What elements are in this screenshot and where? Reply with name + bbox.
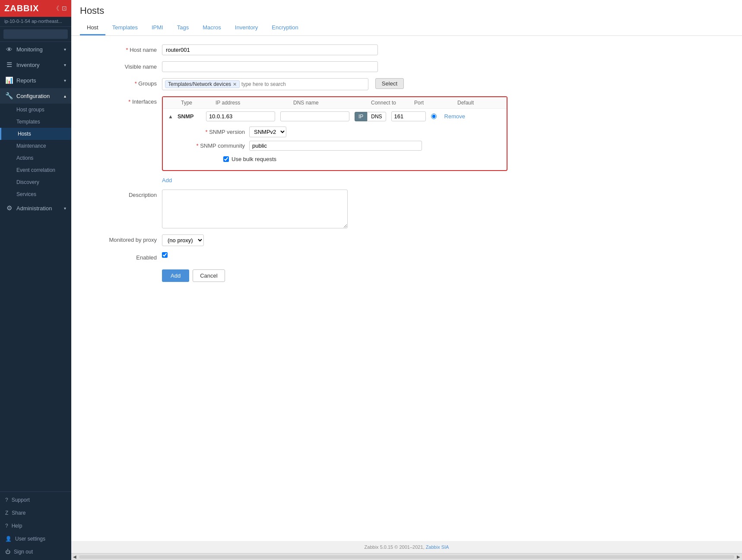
scroll-track[interactable] <box>79 555 734 559</box>
tab-macros[interactable]: Macros <box>196 21 228 35</box>
visible-name-label: Visible name <box>84 61 162 70</box>
scroll-left-arrow[interactable]: ◀ <box>71 554 78 559</box>
col-type-header: Type <box>181 100 216 106</box>
host-name-row: Host name <box>84 44 729 55</box>
interface-port <box>391 111 426 121</box>
remove-interface-link[interactable]: Remove <box>444 113 465 120</box>
footer-support[interactable]: ? Support <box>0 494 71 506</box>
interface-type: SNMP <box>178 113 203 120</box>
bulk-requests-label: Use bulk requests <box>231 156 276 162</box>
sidebar-item-administration[interactable]: ⚙ Administration ▾ <box>0 200 71 216</box>
groups-field[interactable]: Templates/Network devices ✕ <box>162 78 368 90</box>
enabled-checkbox[interactable] <box>162 252 168 258</box>
description-label: Description <box>84 190 162 198</box>
interface-row: ▲ SNMP IP DNS <box>163 109 507 124</box>
page-footer: Zabbix 5.0.15 © 2001–2021, Zabbix SIA <box>71 541 742 553</box>
description-textarea[interactable] <box>162 190 348 228</box>
proxy-select[interactable]: (no proxy) <box>162 234 204 246</box>
sidebar-item-monitoring[interactable]: 👁 Monitoring ▾ <box>0 42 71 57</box>
monitoring-arrow: ▾ <box>64 47 66 52</box>
interface-toggle[interactable]: ▲ <box>168 114 173 120</box>
form-container: Host name Visible name Groups Templates/… <box>71 36 742 541</box>
footer-share[interactable]: Z Share <box>0 506 71 519</box>
snmp-details: SNMP version SNMPv1 SNMPv2 SNMPv3 SNMP c… <box>163 124 507 170</box>
sidebar-item-configuration-label: Configuration <box>16 93 50 99</box>
tab-host[interactable]: Host <box>80 21 105 35</box>
visible-name-control <box>162 61 378 72</box>
user-settings-label: User settings <box>15 536 45 542</box>
sidebar-item-inventory-label: Inventory <box>16 62 39 68</box>
sidebar-item-templates[interactable]: Templates <box>0 116 71 128</box>
sidebar-item-reports-label: Reports <box>16 77 36 84</box>
select-button[interactable]: Select <box>375 78 404 89</box>
sidebar-item-host-groups[interactable]: Host groups <box>0 104 71 116</box>
search-input[interactable] <box>3 29 68 39</box>
sign-out-label: Sign out <box>14 549 33 555</box>
page-title: Hosts <box>80 5 733 16</box>
interfaces-box: Type IP address DNS name Connect to Port… <box>162 96 507 171</box>
user-settings-icon: 👤 <box>5 536 12 542</box>
col-port-header: Port <box>414 100 457 106</box>
interface-dns <box>280 111 349 121</box>
page-tabs: Host Templates IPMI Tags Macros Inventor… <box>80 21 733 35</box>
cancel-button[interactable]: Cancel <box>193 269 225 282</box>
footer-link[interactable]: Zabbix SIA <box>426 544 449 550</box>
interface-port-input[interactable] <box>391 111 426 121</box>
tab-encryption[interactable]: Encryption <box>265 21 305 35</box>
interface-ip-input[interactable] <box>206 111 275 121</box>
sidebar-nav: 👁 Monitoring ▾ ☰ Inventory ▾ 📊 Reports ▾… <box>0 42 71 491</box>
tab-inventory[interactable]: Inventory <box>228 21 265 35</box>
connect-dns-button[interactable]: DNS <box>367 112 386 121</box>
sidebar-item-hosts[interactable]: Hosts <box>0 128 71 140</box>
sidebar-item-maintenance[interactable]: Maintenance <box>0 140 71 152</box>
visible-name-input[interactable] <box>162 61 378 72</box>
sidebar-item-services[interactable]: Services <box>0 188 71 200</box>
bulk-requests-checkbox[interactable] <box>223 156 229 162</box>
groups-label: Groups <box>84 78 162 87</box>
fullscreen-icon[interactable]: ⊡ <box>62 5 67 13</box>
tab-tags[interactable]: Tags <box>170 21 196 35</box>
description-row: Description <box>84 190 729 228</box>
sidebar-item-event-correlation[interactable]: Event correlation <box>0 164 71 176</box>
sidebar-item-reports[interactable]: 📊 Reports ▾ <box>0 73 71 88</box>
connect-buttons: IP DNS <box>355 112 386 121</box>
bulk-requests-row: Use bulk requests <box>189 154 501 166</box>
add-button[interactable]: Add <box>162 269 189 282</box>
interfaces-label: Interfaces <box>84 96 162 105</box>
collapse-icon[interactable]: 《 <box>53 5 59 13</box>
group-tag-remove[interactable]: ✕ <box>233 82 237 87</box>
default-radio[interactable] <box>431 114 437 119</box>
inventory-arrow: ▾ <box>64 63 66 67</box>
enabled-row: Enabled <box>84 252 729 261</box>
sidebar-hostname: ip-10-0-1-54 ap-northeast... <box>0 17 71 27</box>
snmp-version-select[interactable]: SNMPv1 SNMPv2 SNMPv3 <box>249 127 286 137</box>
host-name-input[interactable] <box>162 44 378 55</box>
sidebar-item-discovery[interactable]: Discovery <box>0 176 71 188</box>
connect-ip-button[interactable]: IP <box>355 112 367 121</box>
footer-help[interactable]: ? Help <box>0 519 71 532</box>
administration-arrow: ▾ <box>64 206 66 211</box>
help-icon: ? <box>5 523 8 529</box>
sign-out-icon: ⏻ <box>5 549 10 555</box>
sidebar-item-inventory[interactable]: ☰ Inventory ▾ <box>0 57 71 73</box>
scroll-right-arrow[interactable]: ▶ <box>735 554 742 559</box>
interfaces-header: Type IP address DNS name Connect to Port… <box>163 97 507 109</box>
tab-ipmi[interactable]: IPMI <box>145 21 170 35</box>
sidebar-item-actions[interactable]: Actions <box>0 152 71 164</box>
support-label: Support <box>12 497 30 503</box>
snmp-community-label: SNMP community <box>189 142 245 149</box>
footer-sign-out[interactable]: ⏻ Sign out <box>0 545 71 558</box>
inventory-icon: ☰ <box>5 61 13 69</box>
sidebar-item-configuration[interactable]: 🔧 Configuration ▴ <box>0 88 71 104</box>
groups-search-input[interactable] <box>241 81 365 87</box>
administration-icon: ⚙ <box>5 204 13 212</box>
interface-dns-input[interactable] <box>280 111 349 121</box>
support-icon: ? <box>5 497 8 503</box>
footer-user-settings[interactable]: 👤 User settings <box>0 532 71 545</box>
configuration-icon: 🔧 <box>5 92 13 100</box>
add-interface-link[interactable]: Add <box>162 177 172 184</box>
reports-arrow: ▾ <box>64 78 66 83</box>
configuration-arrow: ▴ <box>64 94 66 98</box>
tab-templates[interactable]: Templates <box>105 21 145 35</box>
snmp-community-input[interactable] <box>249 141 422 151</box>
